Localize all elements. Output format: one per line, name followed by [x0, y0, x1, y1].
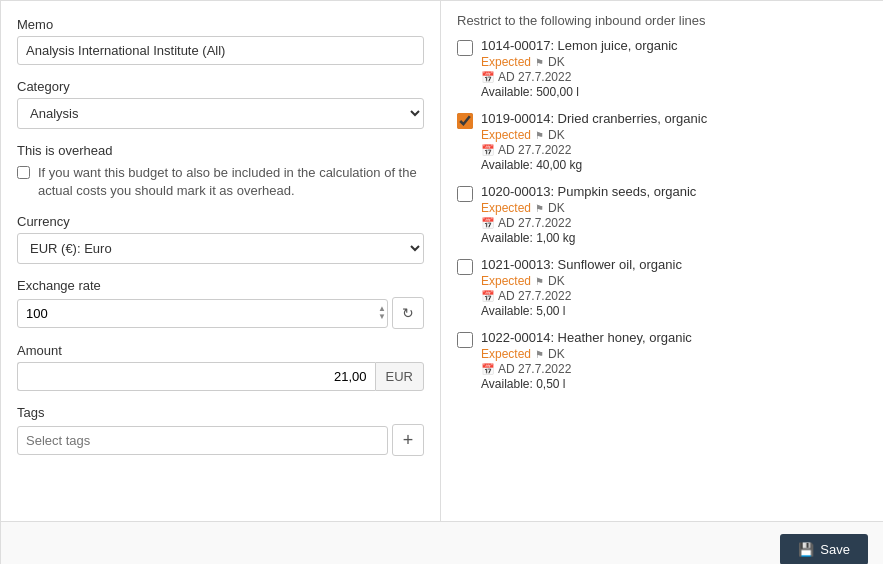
- available-text: Available: 0,50 l: [481, 377, 868, 391]
- country-label: DK: [548, 201, 565, 215]
- order-checkbox-1[interactable]: [457, 40, 473, 56]
- flag-icon: ⚑: [535, 57, 544, 68]
- order-meta: Expected ⚑DK: [481, 201, 868, 215]
- date-row: 📅AD 27.7.2022: [481, 289, 868, 303]
- available-text: Available: 5,00 l: [481, 304, 868, 318]
- date-row: 📅AD 27.7.2022: [481, 216, 868, 230]
- memo-input[interactable]: [17, 36, 424, 65]
- amount-input[interactable]: [17, 362, 375, 391]
- add-tag-button[interactable]: +: [392, 424, 424, 456]
- flag-icon: ⚑: [535, 130, 544, 141]
- order-checkbox-5[interactable]: [457, 332, 473, 348]
- calendar-icon: 📅: [481, 71, 495, 84]
- order-line: 1014-00017: Lemon juice, organicExpected…: [457, 38, 868, 99]
- amount-currency: EUR: [375, 362, 424, 391]
- date-text: AD 27.7.2022: [498, 70, 571, 84]
- category-field-group: Category Analysis Other: [17, 79, 424, 129]
- exchange-rate-spinner[interactable]: ▲ ▼: [378, 305, 386, 321]
- order-line: 1019-00014: Dried cranberries, organicEx…: [457, 111, 868, 172]
- available-text: Available: 500,00 l: [481, 85, 868, 99]
- date-row: 📅AD 27.7.2022: [481, 70, 868, 84]
- date-row: 📅AD 27.7.2022: [481, 362, 868, 376]
- save-button[interactable]: 💾 Save: [780, 534, 868, 564]
- order-lines-title: Restrict to the following inbound order …: [457, 13, 868, 28]
- exchange-rate-label: Exchange rate: [17, 278, 424, 293]
- expected-label: Expected: [481, 347, 531, 361]
- footer: 💾 Save: [1, 521, 883, 564]
- order-name: 1020-00013: Pumpkin seeds, organic: [481, 184, 868, 199]
- country-label: DK: [548, 274, 565, 288]
- order-name: 1019-00014: Dried cranberries, organic: [481, 111, 868, 126]
- category-label: Category: [17, 79, 424, 94]
- expected-label: Expected: [481, 201, 531, 215]
- exchange-rate-field-group: Exchange rate ▲ ▼ ↻: [17, 278, 424, 329]
- amount-field-group: Amount EUR: [17, 343, 424, 391]
- order-meta: Expected ⚑DK: [481, 347, 868, 361]
- country-label: DK: [548, 128, 565, 142]
- save-icon: 💾: [798, 542, 814, 557]
- amount-label: Amount: [17, 343, 424, 358]
- order-details: 1020-00013: Pumpkin seeds, organicExpect…: [481, 184, 868, 245]
- flag-icon: ⚑: [535, 203, 544, 214]
- order-details: 1014-00017: Lemon juice, organicExpected…: [481, 38, 868, 99]
- date-text: AD 27.7.2022: [498, 362, 571, 376]
- order-details: 1019-00014: Dried cranberries, organicEx…: [481, 111, 868, 172]
- memo-label: Memo: [17, 17, 424, 32]
- calendar-icon: 📅: [481, 290, 495, 303]
- order-line: 1021-00013: Sunflower oil, organicExpect…: [457, 257, 868, 318]
- currency-label: Currency: [17, 214, 424, 229]
- expected-label: Expected: [481, 128, 531, 142]
- overhead-label: This is overhead: [17, 143, 424, 158]
- order-lines-panel: Restrict to the following inbound order …: [441, 1, 883, 521]
- order-checkbox-2[interactable]: [457, 113, 473, 129]
- tags-input[interactable]: [17, 426, 388, 455]
- category-select[interactable]: Analysis Other: [17, 98, 424, 129]
- order-line: 1020-00013: Pumpkin seeds, organicExpect…: [457, 184, 868, 245]
- flag-icon: ⚑: [535, 349, 544, 360]
- order-lines-list: 1014-00017: Lemon juice, organicExpected…: [457, 38, 868, 391]
- available-text: Available: 1,00 kg: [481, 231, 868, 245]
- order-line: 1022-00014: Heather honey, organicExpect…: [457, 330, 868, 391]
- overhead-section: This is overhead If you want this budget…: [17, 143, 424, 200]
- order-name: 1022-00014: Heather honey, organic: [481, 330, 868, 345]
- tags-field-group: Tags +: [17, 405, 424, 456]
- memo-field-group: Memo: [17, 17, 424, 65]
- order-meta: Expected ⚑DK: [481, 55, 868, 69]
- date-text: AD 27.7.2022: [498, 143, 571, 157]
- calendar-icon: 📅: [481, 363, 495, 376]
- date-row: 📅AD 27.7.2022: [481, 143, 868, 157]
- country-label: DK: [548, 347, 565, 361]
- exchange-rate-input[interactable]: [17, 299, 388, 328]
- overhead-checkbox[interactable]: [17, 166, 30, 179]
- currency-select[interactable]: EUR (€): Euro USD ($): US Dollar: [17, 233, 424, 264]
- order-checkbox-3[interactable]: [457, 186, 473, 202]
- refresh-exchange-button[interactable]: ↻: [392, 297, 424, 329]
- order-details: 1021-00013: Sunflower oil, organicExpect…: [481, 257, 868, 318]
- currency-field-group: Currency EUR (€): Euro USD ($): US Dolla…: [17, 214, 424, 264]
- order-checkbox-4[interactable]: [457, 259, 473, 275]
- order-name: 1014-00017: Lemon juice, organic: [481, 38, 868, 53]
- calendar-icon: 📅: [481, 217, 495, 230]
- overhead-description: If you want this budget to also be inclu…: [38, 164, 424, 200]
- save-label: Save: [820, 542, 850, 557]
- expected-label: Expected: [481, 274, 531, 288]
- order-meta: Expected ⚑DK: [481, 128, 868, 142]
- calendar-icon: 📅: [481, 144, 495, 157]
- country-label: DK: [548, 55, 565, 69]
- date-text: AD 27.7.2022: [498, 289, 571, 303]
- order-details: 1022-00014: Heather honey, organicExpect…: [481, 330, 868, 391]
- flag-icon: ⚑: [535, 276, 544, 287]
- date-text: AD 27.7.2022: [498, 216, 571, 230]
- tags-label: Tags: [17, 405, 424, 420]
- available-text: Available: 40,00 kg: [481, 158, 868, 172]
- order-name: 1021-00013: Sunflower oil, organic: [481, 257, 868, 272]
- expected-label: Expected: [481, 55, 531, 69]
- order-meta: Expected ⚑DK: [481, 274, 868, 288]
